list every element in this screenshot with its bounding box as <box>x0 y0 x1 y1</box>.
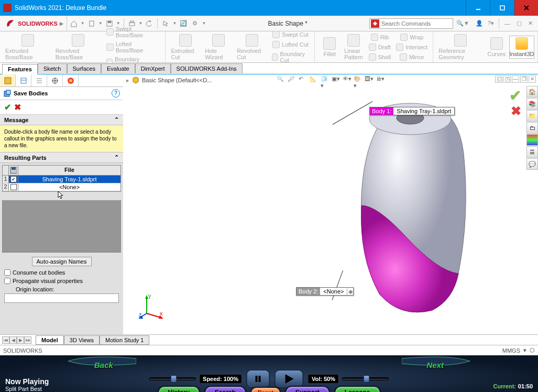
wrap-button[interactable]: Wrap <box>394 32 430 42</box>
linear-pattern-button[interactable]: Linear Pattern <box>342 33 365 61</box>
options-icon[interactable]: ⚙ <box>190 19 200 28</box>
close-button[interactable] <box>514 0 538 16</box>
hide-show-icon[interactable]: 👁▾ <box>343 75 352 85</box>
cancel-button[interactable]: ✖ <box>14 102 21 112</box>
breadcrumb[interactable]: ▸ Basic Shape (Default<<D... <box>126 74 212 86</box>
rebuild-icon[interactable]: 🔄 <box>179 19 188 28</box>
extruded-cut-button[interactable]: Extruded Cut <box>169 33 202 61</box>
vp-max-icon[interactable]: ◳ <box>503 75 511 83</box>
minimize-button[interactable] <box>466 0 490 16</box>
file-explorer-icon[interactable]: 📁 <box>526 110 538 122</box>
row1-checkbox[interactable]: ✔ <box>10 176 17 182</box>
vp-restore-icon[interactable]: ◱ <box>495 75 502 83</box>
propertymanager-tab-icon[interactable] <box>0 74 16 86</box>
prev-tab-icon[interactable]: ◀ <box>9 336 17 344</box>
consume-checkbox[interactable] <box>4 269 10 276</box>
collapse-icon[interactable]: ⌃ <box>114 154 119 161</box>
tab-features[interactable]: Features <box>2 64 38 74</box>
rib-button[interactable]: Rib <box>367 32 393 42</box>
maximize-button[interactable] <box>490 0 514 16</box>
view-triad[interactable]: y z x <box>139 292 165 319</box>
tab-evaluate[interactable]: Evaluate <box>101 63 135 73</box>
tab-addins[interactable]: SOLIDWORKS Add-Ins <box>171 63 243 73</box>
row2-checkbox[interactable] <box>10 184 17 190</box>
tab-dimxpert[interactable]: DimXpert <box>135 63 171 73</box>
3d-body[interactable] <box>348 101 485 321</box>
last-tab-icon[interactable]: ⏭ <box>24 336 31 344</box>
instant3d-button[interactable]: Instant3D <box>509 36 534 59</box>
featuremanager-tab-icon[interactable] <box>31 74 47 86</box>
appearances-icon[interactable] <box>526 134 538 146</box>
configmanager-tab-icon[interactable] <box>16 74 31 86</box>
extruded-boss-button[interactable]: Extruded Boss/Base <box>3 33 52 61</box>
curves-button[interactable]: Curves <box>485 36 508 58</box>
body1-callout[interactable]: Body 1: Shaving Tray-1.sldprt <box>369 107 455 115</box>
display-style-icon[interactable]: ▣▾ <box>332 75 341 85</box>
display-tab-icon[interactable] <box>63 74 79 86</box>
user-icon[interactable]: 👤 <box>475 19 484 28</box>
design-library-icon[interactable]: 📚 <box>526 98 538 110</box>
tab-model[interactable]: Model <box>36 335 64 345</box>
ok-button[interactable]: ✔ <box>4 102 11 112</box>
fillet-button[interactable]: Fillet <box>318 36 341 58</box>
lessons-button[interactable]: Lessons <box>334 386 381 392</box>
revolved-cut-button[interactable]: Revolved Cut <box>235 33 268 61</box>
hole-wizard-button[interactable]: Hole Wizard <box>203 33 234 61</box>
history-button[interactable]: History <box>157 386 200 392</box>
intersect-button[interactable]: Intersect <box>394 42 430 52</box>
boundary-cut-button[interactable]: Boundary Cut <box>270 50 312 64</box>
zoom-area-icon[interactable]: 🔎 <box>288 75 297 85</box>
vp-close-icon[interactable]: ✕ <box>529 75 536 83</box>
apply-scene-icon[interactable]: 🖼▾ <box>365 75 374 85</box>
forum-icon[interactable]: 💬 <box>526 158 538 170</box>
tab-surfaces[interactable]: Surfaces <box>67 63 101 73</box>
auto-assign-names-button[interactable]: Auto-assign Names <box>32 257 92 266</box>
view-orientation-icon[interactable]: 🧊▾ <box>321 75 330 85</box>
collapse-icon[interactable]: ⌃ <box>114 116 119 123</box>
table-row[interactable]: 1 ✔ Shaving Tray-1.sldprt <box>3 176 120 183</box>
resources-icon[interactable]: 🏠 <box>526 86 538 97</box>
new-icon[interactable] <box>87 19 96 28</box>
edit-appearance-icon[interactable]: 🎨▾ <box>354 75 363 85</box>
shell-button[interactable]: Shell <box>367 52 393 62</box>
first-tab-icon[interactable]: ⏮ <box>2 336 9 344</box>
vp-min-icon[interactable]: — <box>512 75 519 83</box>
help-icon[interactable]: ?▾ <box>486 19 496 28</box>
custom-props-icon[interactable]: ☰ <box>526 146 538 158</box>
select-icon[interactable] <box>161 19 170 28</box>
volume-slider[interactable] <box>342 377 389 380</box>
confirmation-check-icon[interactable]: ✔ <box>509 87 521 104</box>
home-icon[interactable] <box>69 19 79 28</box>
solidworks-logo[interactable]: SOLIDWORKS ▶ <box>3 16 67 31</box>
speed-slider[interactable] <box>149 377 196 380</box>
help-icon[interactable]: ? <box>112 89 120 97</box>
view-palette-icon[interactable]: 🗀 <box>526 122 538 134</box>
reference-geometry-button[interactable]: Reference Geometry <box>436 33 484 61</box>
lofted-boss-button[interactable]: Lofted Boss/Base <box>104 40 162 55</box>
swept-cut-button[interactable]: Swept Cut <box>270 30 312 39</box>
origin-input[interactable] <box>4 293 119 303</box>
revolved-boss-button[interactable]: Revolved Boss/Base <box>53 33 103 61</box>
3d-viewport[interactable]: ▸ Basic Shape (Default<<D... 🔍 🔎 ↶ 📐 🧊▾ … <box>123 74 538 355</box>
dimxpert-tab-icon[interactable] <box>47 74 63 86</box>
confirmation-x-icon[interactable]: ✖ <box>511 104 521 118</box>
previous-view-icon[interactable]: ↶ <box>299 75 308 85</box>
section-view-icon[interactable]: 📐 <box>310 75 319 85</box>
player-next-button[interactable]: Next <box>426 361 444 369</box>
support-button[interactable]: Support <box>285 386 330 392</box>
tab-motion-study[interactable]: Motion Study 1 <box>100 335 149 345</box>
tab-3dviews[interactable]: 3D Views <box>64 335 100 345</box>
next-tab-icon[interactable]: ▶ <box>17 336 24 344</box>
vp-restore2-icon[interactable]: ❐ <box>520 75 528 83</box>
player-back-button[interactable]: Back <box>94 361 113 369</box>
draft-button[interactable]: Draft <box>367 42 393 52</box>
search-button[interactable]: Search <box>204 386 246 392</box>
tab-sketch[interactable]: Sketch <box>38 63 67 73</box>
mirror-button[interactable]: Mirror <box>394 52 430 62</box>
lofted-cut-button[interactable]: Lofted Cut <box>270 40 312 49</box>
status-icon[interactable]: ⬡ <box>530 347 535 354</box>
propagate-checkbox[interactable] <box>4 278 10 284</box>
search-commands-input[interactable] <box>369 18 453 29</box>
zoom-fit-icon[interactable]: 🔍 <box>277 75 286 85</box>
body2-callout[interactable]: Body 2: <None> ◆ <box>296 287 354 296</box>
